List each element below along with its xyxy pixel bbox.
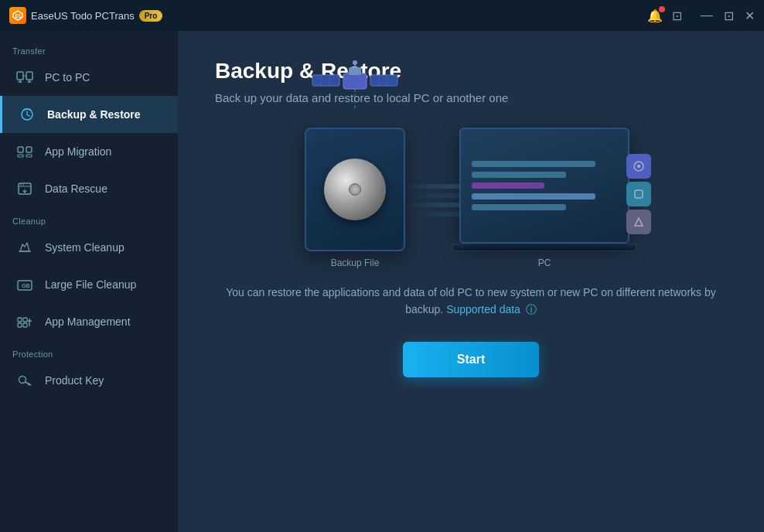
- sidebar-item-label-product-key: Product Key: [45, 374, 104, 387]
- sidebar-item-backup-restore[interactable]: Backup & Restore: [0, 96, 178, 133]
- svg-point-16: [20, 184, 22, 186]
- laptop-line-5: [472, 204, 566, 210]
- info-icon: ⓘ: [526, 303, 537, 315]
- svg-rect-32: [370, 75, 397, 86]
- product-key-icon: [15, 371, 34, 390]
- pc-illustration: PC: [452, 128, 637, 268]
- window-controls: — ⊡ ✕: [697, 7, 758, 25]
- svg-rect-2: [17, 72, 23, 80]
- app-logo-icon: EU: [9, 7, 26, 24]
- sidebar-item-app-migration[interactable]: App Migration: [0, 133, 178, 170]
- app-icon-1: [626, 154, 651, 179]
- svg-marker-44: [635, 218, 643, 226]
- restore-icon[interactable]: ⊡: [672, 9, 682, 23]
- svg-point-17: [22, 184, 24, 186]
- svg-rect-21: [18, 318, 22, 322]
- pro-badge: Pro: [139, 10, 163, 22]
- app-icons-group: [626, 154, 651, 234]
- laptop-line-1: [472, 161, 595, 167]
- sidebar-item-system-cleanup[interactable]: System Cleanup: [0, 229, 178, 266]
- start-button-wrapper: Start: [215, 342, 727, 377]
- svg-rect-22: [23, 318, 27, 322]
- app-title-text: EaseUS Todo PCTrans: [31, 10, 135, 22]
- start-button[interactable]: Start: [403, 342, 539, 377]
- system-cleanup-icon: [15, 238, 34, 257]
- sidebar-item-label-backup-restore: Backup & Restore: [47, 108, 141, 121]
- sidebar-item-pc-to-pc[interactable]: PC to PC: [0, 59, 178, 96]
- svg-rect-23: [18, 323, 22, 327]
- sidebar: Transfer PC to PC: [0, 31, 178, 532]
- pc-to-pc-icon: [15, 68, 34, 87]
- description-text: You can restore the applications and dat…: [215, 284, 727, 319]
- svg-text:EU: EU: [15, 13, 23, 19]
- backup-tablet: [305, 128, 405, 251]
- minimize-button[interactable]: —: [697, 7, 716, 25]
- sidebar-item-product-key[interactable]: Product Key: [0, 362, 178, 399]
- notification-icon[interactable]: 🔔: [647, 9, 663, 23]
- page-title: Backup & Restore: [215, 59, 727, 84]
- pc-label: PC: [538, 257, 551, 268]
- main-layout: Transfer PC to PC: [0, 31, 764, 532]
- svg-rect-13: [26, 155, 32, 157]
- svg-rect-11: [26, 147, 32, 152]
- title-bar-left: EU EaseUS Todo PCTrans Pro: [9, 7, 162, 24]
- sidebar-item-label-data-rescue: Data Rescue: [45, 182, 107, 195]
- sidebar-item-data-rescue[interactable]: Data Rescue: [0, 170, 178, 207]
- large-file-cleanup-icon: GB: [15, 275, 34, 294]
- svg-rect-10: [18, 147, 23, 152]
- app-logo: EU EaseUS Todo PCTrans Pro: [9, 7, 162, 24]
- svg-text:GB: GB: [22, 283, 30, 288]
- sidebar-item-label-app-management: App Management: [45, 315, 131, 328]
- svg-rect-30: [343, 73, 367, 89]
- content-area: Backup & Restore Back up your data and r…: [178, 31, 764, 532]
- data-rescue-icon: [15, 179, 34, 198]
- title-bar-controls: 🔔 ⊡ — ⊡ ✕: [647, 7, 758, 25]
- svg-point-38: [353, 60, 357, 65]
- sidebar-item-label-system-cleanup: System Cleanup: [45, 241, 124, 254]
- disc-icon: [324, 159, 386, 220]
- svg-point-42: [637, 165, 640, 168]
- svg-rect-12: [18, 155, 23, 157]
- backup-restore-icon: [18, 105, 36, 124]
- sidebar-item-app-management[interactable]: App Management: [0, 303, 178, 340]
- laptop-line-3: [472, 182, 544, 189]
- app-management-icon: [15, 312, 34, 331]
- app-icon-2: [626, 182, 651, 206]
- sidebar-item-label-large-file-cleanup: Large File Cleanup: [45, 278, 136, 291]
- cleanup-section-label: Cleanup: [0, 207, 178, 229]
- page-subtitle: Back up your data and restore to local P…: [215, 91, 727, 104]
- svg-rect-39: [349, 67, 361, 75]
- notification-dot: [659, 6, 665, 12]
- laptop-line-4: [472, 193, 595, 200]
- laptop-screen: [459, 128, 629, 244]
- sidebar-item-label-app-migration: App Migration: [45, 145, 111, 158]
- laptop-base: [452, 244, 637, 251]
- svg-rect-24: [23, 323, 27, 327]
- restore-button[interactable]: ⊡: [721, 7, 737, 25]
- svg-rect-31: [312, 75, 339, 86]
- close-button[interactable]: ✕: [742, 7, 758, 25]
- sidebar-item-large-file-cleanup[interactable]: GB Large File Cleanup: [0, 266, 178, 303]
- sidebar-item-label-pc-to-pc: PC to PC: [45, 71, 90, 84]
- svg-rect-5: [26, 72, 32, 80]
- svg-rect-43: [635, 190, 643, 198]
- title-bar: EU EaseUS Todo PCTrans Pro 🔔 ⊡ — ⊡ ✕: [0, 0, 764, 31]
- backup-file-illustration: Backup File: [305, 128, 405, 268]
- illustration-area: Backup File: [215, 128, 727, 268]
- app-migration-icon: [15, 142, 34, 161]
- transfer-section-label: Transfer: [0, 37, 178, 59]
- backup-file-label: Backup File: [331, 257, 380, 268]
- disc-center: [349, 183, 361, 196]
- supported-data-link[interactable]: Supported data: [446, 303, 520, 315]
- laptop-line-2: [472, 172, 566, 178]
- satellite-graphic: [309, 50, 401, 128]
- app-icon-3: [626, 210, 651, 234]
- protection-section-label: Protection: [0, 340, 178, 362]
